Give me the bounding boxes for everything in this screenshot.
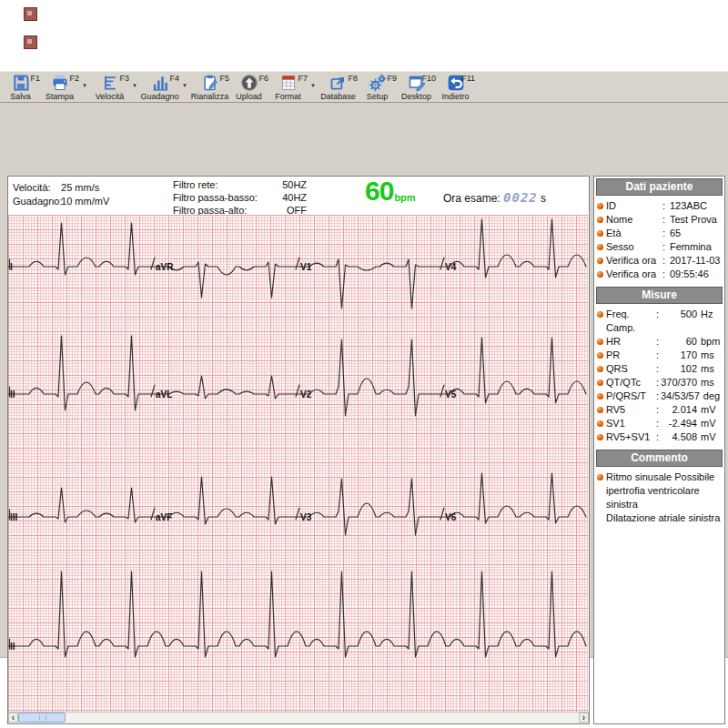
- placeholder-icon: [24, 35, 37, 49]
- measure-row: RV5+SV1:4.508mV: [597, 430, 723, 444]
- patient-field-label: ID: [606, 199, 662, 213]
- bullet-icon: [597, 393, 603, 399]
- speed-setting: Velocità: 25 mm/s: [13, 182, 99, 193]
- patient-field-value: 65: [670, 227, 723, 240]
- heart-rate-unit: bpm: [394, 192, 415, 203]
- patient-rows: ID:123ABCNome:Test ProvaEtà:65Sesso:Femm…: [594, 197, 724, 285]
- gain-setting: Guadagno: 10 mm/mV: [13, 196, 109, 207]
- patient-panel: Dati paziente ID:123ABCNome:Test ProvaEt…: [594, 177, 724, 285]
- exam-time-unit: s: [541, 192, 546, 205]
- toolbar-button-setup[interactable]: F9Setup: [358, 74, 397, 103]
- patient-row: Verifica ora:2017-11-03: [597, 254, 723, 268]
- fkey-label: F7: [298, 74, 308, 83]
- patient-row: ID:123ABC: [597, 199, 723, 213]
- spreadsheet-icon: [278, 74, 298, 92]
- bullet-icon: [597, 230, 603, 237]
- patient-field-label: Sesso: [606, 240, 662, 254]
- gears-icon: [368, 74, 388, 92]
- measure-row: QRS:102ms: [597, 362, 723, 376]
- measure-row: Freq. Camp.:500Hz: [597, 308, 723, 335]
- toolbar-button-upload[interactable]: F6Upload: [229, 74, 268, 103]
- bullet-icon: [597, 203, 603, 209]
- measure-label: QT/QTc: [606, 376, 656, 389]
- svg-text:aVL: aVL: [156, 389, 172, 399]
- horizontal-scrollbar[interactable]: ‹ ›: [8, 712, 589, 723]
- toolbar-button-label: Format: [268, 92, 308, 101]
- measure-value: -2.494: [661, 417, 697, 430]
- gain-label: Guadagno:: [13, 196, 58, 207]
- patient-field-value: Test Prova: [670, 213, 723, 227]
- measure-row: SV1:-2.494mV: [597, 417, 723, 430]
- fkey-label: F11: [461, 74, 475, 83]
- dropdown-arrow-icon[interactable]: ▼: [308, 74, 318, 97]
- scroll-left-button[interactable]: ‹: [8, 713, 18, 723]
- measure-value: 4.508: [661, 430, 697, 444]
- measure-unit: mV: [697, 417, 723, 430]
- measure-row: QT/QTc:370/370ms: [597, 376, 723, 389]
- bullet-icon: [597, 379, 603, 386]
- patient-field-value: 09:55:46: [670, 268, 723, 281]
- clipboard-pencil-icon: [200, 74, 220, 92]
- patient-field-label: Verifica ora: [606, 268, 662, 281]
- measure-unit: mV: [697, 430, 723, 444]
- heart-rate-value: 60: [365, 177, 393, 205]
- toolbar-button-velocità[interactable]: F3Velocità: [90, 74, 129, 103]
- comment-panel-title: Commento: [596, 450, 723, 467]
- toolbar-button-label: Database: [318, 92, 358, 101]
- measures-panel-title: Misure: [596, 287, 723, 304]
- dropdown-arrow-icon[interactable]: ▼: [179, 74, 190, 97]
- toolbar-button-guadagno[interactable]: F4Guadagno: [140, 74, 179, 103]
- bullet-icon: [597, 258, 603, 264]
- toolbar-button-label: Indietro: [436, 92, 475, 101]
- svg-text:aVR: aVR: [156, 262, 174, 272]
- toolbar-button-format[interactable]: F7Format: [268, 74, 308, 103]
- speed-value: 25 mm/s: [61, 182, 99, 193]
- bullet-icon: [597, 434, 603, 440]
- gain-bars-icon: [150, 74, 170, 92]
- svg-text:V3: V3: [300, 512, 312, 522]
- scroll-right-button[interactable]: ›: [579, 713, 589, 723]
- toolbar-button-salva[interactable]: F1Salva: [1, 74, 40, 103]
- svg-text:V5: V5: [445, 389, 457, 399]
- measure-value: 370/370: [661, 376, 697, 389]
- svg-text:V4: V4: [445, 262, 457, 272]
- mains-filter-value: 50HZ: [267, 179, 307, 190]
- measures-panel: Misure Freq. Camp.:500HzHR:60bpmPR:170ms…: [594, 285, 724, 448]
- measure-row: HR:60bpm: [597, 335, 723, 349]
- measure-label: RV5+SV1: [606, 430, 656, 444]
- patient-field-label: Verifica ora: [606, 254, 662, 268]
- dropdown-arrow-icon[interactable]: ▼: [129, 74, 140, 97]
- patient-field-label: Età: [606, 227, 662, 240]
- toolbar-button-database[interactable]: F8Database: [318, 74, 358, 103]
- measure-unit: bpm: [697, 335, 723, 349]
- toolbar-button-indietro[interactable]: F11Indietro: [436, 74, 475, 103]
- measure-label: P/QRS/T: [606, 389, 656, 403]
- ecg-panel: Velocità: 25 mm/s Guadagno: 10 mm/mV Fil…: [7, 176, 590, 724]
- measure-value: 500: [661, 308, 697, 335]
- measure-value: 2.014: [661, 403, 697, 417]
- database-folder-icon: [329, 74, 349, 92]
- exam-time-label: Ora esame:: [443, 192, 500, 205]
- fkey-label: F4: [169, 74, 179, 83]
- patient-row: Sesso:Femmina: [597, 240, 723, 254]
- patient-row: Verifica ora:09:55:46: [597, 268, 723, 281]
- bullet-icon: [597, 339, 603, 345]
- scrollbar-thumb[interactable]: [18, 713, 66, 723]
- fkey-label: F6: [258, 74, 268, 83]
- toolbar-button-rianalizza[interactable]: F5Rianalizza: [190, 74, 229, 103]
- svg-text:aVF: aVF: [156, 512, 172, 522]
- toolbar: F1SalvaF2Stampa▼F3Velocità▼F4Guadagno▼F5…: [0, 71, 728, 103]
- dropdown-arrow-icon[interactable]: ▼: [79, 74, 90, 97]
- toolbar-button-label: Stampa: [40, 92, 79, 101]
- bullet-icon: [597, 474, 603, 480]
- app-window: F1SalvaF2Stampa▼F3Velocità▼F4Guadagno▼F5…: [0, 71, 728, 658]
- fkey-label: F3: [119, 74, 129, 83]
- toolbar-button-desktop[interactable]: F10Desktop: [397, 74, 436, 103]
- toolbar-button-stampa[interactable]: F2Stampa: [40, 74, 79, 103]
- measure-value: 60: [661, 335, 697, 349]
- fkey-label: F2: [69, 74, 79, 83]
- lowpass-filter-setting: Filtro passa-basso: 40HZ: [173, 192, 307, 203]
- bullet-icon: [597, 217, 603, 223]
- fkey-label: F5: [219, 74, 229, 83]
- svg-text:II: II: [10, 389, 15, 399]
